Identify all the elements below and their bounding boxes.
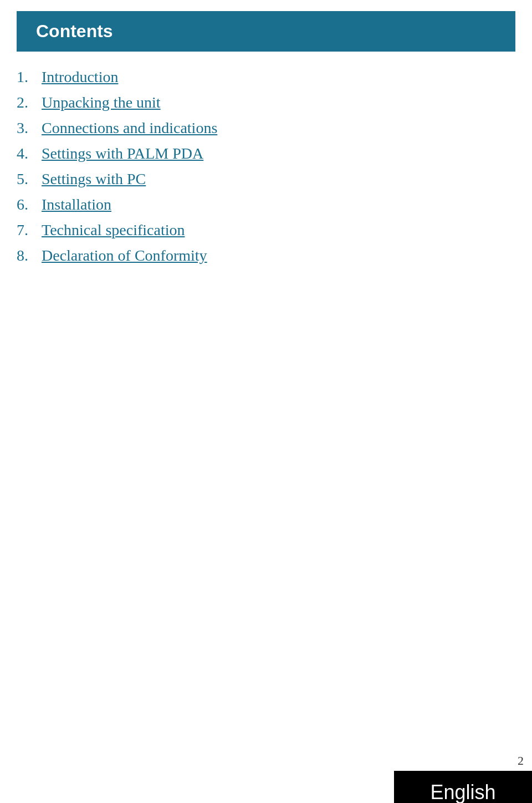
toc-number: 5. bbox=[17, 170, 42, 188]
toc-item: 3.Connections and indications bbox=[17, 119, 515, 137]
footer-area: 2 English bbox=[394, 754, 532, 803]
toc-item: 7.Technical specification bbox=[17, 221, 515, 239]
toc-number: 1. bbox=[17, 68, 42, 86]
toc-link-3[interactable]: Connections and indications bbox=[42, 119, 217, 137]
toc-link-1[interactable]: Introduction bbox=[42, 68, 118, 86]
toc-number: 7. bbox=[17, 221, 42, 239]
toc-item: 2.Unpacking the unit bbox=[17, 94, 515, 111]
toc-link-2[interactable]: Unpacking the unit bbox=[42, 94, 161, 111]
toc-link-7[interactable]: Technical specification bbox=[42, 221, 185, 239]
contents-title: Contents bbox=[36, 21, 113, 41]
toc-link-4[interactable]: Settings with PALM PDA bbox=[42, 145, 203, 162]
toc-item: 5.Settings with PC bbox=[17, 170, 515, 188]
toc-link-5[interactable]: Settings with PC bbox=[42, 170, 146, 188]
toc-item: 1.Introduction bbox=[17, 68, 515, 86]
toc-list: 1.Introduction2.Unpacking the unit3.Conn… bbox=[17, 68, 515, 265]
toc-item: 6.Installation bbox=[17, 196, 515, 214]
toc-number: 6. bbox=[17, 196, 42, 214]
contents-header: Contents bbox=[17, 11, 515, 52]
page-container: Contents 1.Introduction2.Unpacking the u… bbox=[0, 11, 532, 803]
toc-number: 4. bbox=[17, 145, 42, 162]
page-number: 2 bbox=[394, 754, 532, 768]
toc-link-8[interactable]: Declaration of Conformity bbox=[42, 247, 207, 265]
toc-number: 8. bbox=[17, 247, 42, 265]
toc-item: 8.Declaration of Conformity bbox=[17, 247, 515, 265]
toc-number: 2. bbox=[17, 94, 42, 111]
toc-item: 4.Settings with PALM PDA bbox=[17, 145, 515, 162]
language-badge: English bbox=[394, 771, 532, 803]
toc-link-6[interactable]: Installation bbox=[42, 196, 111, 214]
toc-number: 3. bbox=[17, 119, 42, 137]
